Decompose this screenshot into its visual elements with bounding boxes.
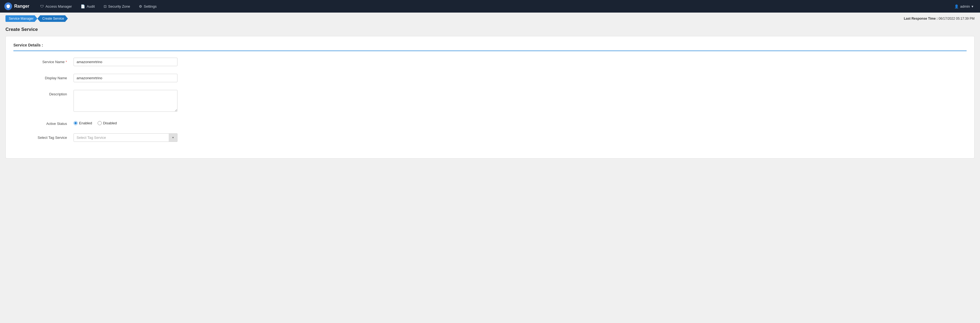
breadcrumb-service-manager[interactable]: Service Manager [5,15,37,22]
display-name-input[interactable] [73,74,177,82]
nav-settings-label: Settings [144,5,157,8]
breadcrumb-bar: Service Manager Create Service Last Resp… [0,13,980,25]
nav-settings[interactable]: ⚙ Settings [135,0,161,13]
description-input[interactable] [73,90,177,112]
radio-enabled[interactable] [73,121,78,125]
nav-security-zone[interactable]: ⊡ Security Zone [99,0,135,13]
nav-audit[interactable]: 📄 Audit [76,0,99,13]
section-title: Service Details : [13,43,967,51]
radio-enabled-label[interactable]: Enabled [73,121,92,125]
radio-disabled-text: Disabled [103,121,117,125]
gear-icon: ⚙ [139,5,142,8]
radio-group: Enabled Disabled [73,119,117,125]
last-response-time: Last Response Time : 06/17/2022 05:17:39… [904,17,975,21]
radio-disabled[interactable] [98,121,102,125]
user-dropdown-icon: ▾ [972,5,974,8]
form-group-description: Description [13,90,967,112]
navbar: Ranger 🛡 Access Manager 📄 Audit ⊡ Securi… [0,0,980,13]
nav-audit-label: Audit [87,5,95,8]
service-name-input[interactable] [73,58,177,66]
radio-enabled-text: Enabled [79,121,92,125]
user-label: admin [960,5,970,8]
user-menu[interactable]: 👤 admin ▾ [952,5,975,8]
navbar-right: 👤 admin ▾ [952,5,975,8]
select-tag-service-label: Select Tag Service [13,133,73,139]
content-area: Service Details : Service Name * Display… [0,36,980,164]
brand[interactable]: Ranger [5,2,29,10]
form-group-service-name: Service Name * [13,58,967,66]
nav-security-zone-label: Security Zone [108,5,130,8]
service-name-label: Service Name * [13,58,73,64]
user-icon: 👤 [954,5,959,8]
nav-access-manager-label: Access Manager [45,5,72,8]
service-name-required: * [65,60,67,64]
breadcrumb-create-service[interactable]: Create Service [37,15,68,22]
brand-label: Ranger [14,4,29,9]
radio-disabled-label[interactable]: Disabled [98,121,117,125]
nav-access-manager[interactable]: 🛡 Access Manager [36,0,76,13]
active-status-label: Active Status [13,119,73,126]
page-title: Create Service [0,25,980,36]
last-response-value: 06/17/2022 05:17:39 PM [939,17,975,21]
description-label: Description [13,90,73,96]
display-name-label: Display Name [13,74,73,80]
form-card: Service Details : Service Name * Display… [5,36,975,158]
brand-icon [5,2,12,10]
bracket-icon: ⊡ [103,5,107,8]
breadcrumb: Service Manager Create Service [5,15,68,22]
shield-icon: 🛡 [40,5,44,8]
form-group-select-tag-service: Select Tag Service Select Tag Service ▾ [13,133,967,142]
form-group-active-status: Active Status Enabled Disabled [13,119,967,126]
select-tag-service-input[interactable]: Select Tag Service [73,133,177,142]
doc-icon: 📄 [81,5,85,8]
form-group-display-name: Display Name [13,74,967,82]
select-tag-service-wrapper: Select Tag Service ▾ [73,133,177,142]
